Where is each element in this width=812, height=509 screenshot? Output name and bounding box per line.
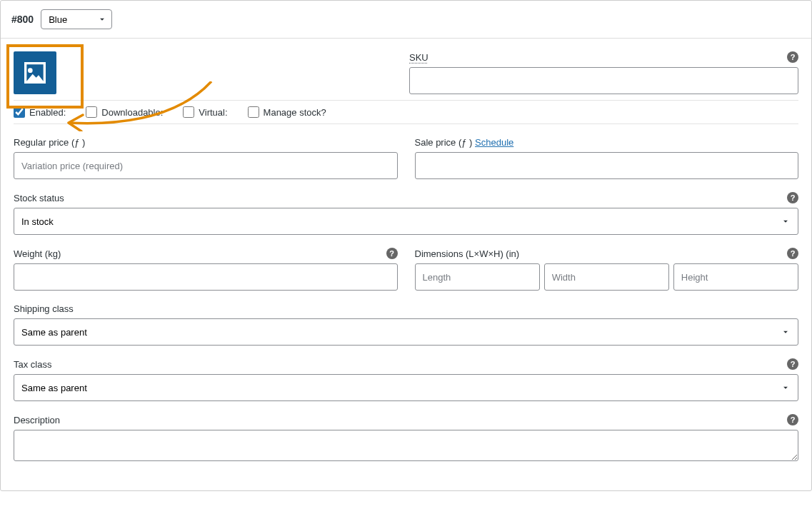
image-placeholder-icon: [21, 59, 49, 87]
weight-input[interactable]: [14, 263, 398, 291]
description-row: Description ?: [14, 414, 798, 463]
virtual-text: Virtual:: [199, 107, 227, 118]
help-icon[interactable]: ?: [787, 51, 798, 63]
attribute-select[interactable]: Blue: [41, 9, 112, 29]
checkbox-row: Enabled: Downloadable: Virtual: Manage s…: [14, 100, 798, 124]
regular-price-col: Regular price (ƒ ): [14, 137, 398, 179]
description-label: Description: [14, 415, 60, 425]
help-icon[interactable]: ?: [386, 248, 398, 259]
description-textarea[interactable]: [14, 430, 798, 461]
downloadable-text: Downloadable:: [101, 107, 163, 118]
sku-label: SKU: [409, 52, 428, 63]
height-input[interactable]: [673, 263, 798, 291]
enabled-checkbox-label[interactable]: Enabled:: [14, 106, 66, 118]
length-input[interactable]: [415, 263, 540, 291]
weight-col: Weight (kg) ?: [14, 248, 398, 291]
sku-input[interactable]: [409, 67, 798, 94]
regular-price-input[interactable]: [14, 152, 398, 179]
tax-class-select[interactable]: Same as parent: [14, 374, 798, 401]
enabled-text: Enabled:: [29, 107, 66, 118]
width-input[interactable]: [544, 263, 669, 291]
help-icon[interactable]: ?: [787, 358, 798, 370]
variation-body: SKU ? Enabled: Downloadable: Virtual:: [1, 39, 811, 490]
downloadable-checkbox[interactable]: [86, 106, 97, 118]
help-icon[interactable]: ?: [787, 192, 798, 203]
dimensions-label: Dimensions (L×W×H) (in): [415, 248, 520, 259]
manage-stock-text: Manage stock?: [264, 107, 326, 118]
stock-status-label: Stock status: [14, 193, 64, 203]
dimensions-col: Dimensions (L×W×H) (in) ?: [415, 248, 799, 291]
sale-price-col: Sale price (ƒ ) Schedule: [415, 137, 799, 179]
enabled-checkbox[interactable]: [14, 106, 25, 118]
variation-id: #800: [11, 14, 34, 25]
help-icon[interactable]: ?: [787, 248, 798, 259]
variation-header[interactable]: #800 Blue: [1, 1, 811, 39]
sale-price-input[interactable]: [415, 152, 799, 179]
help-icon[interactable]: ?: [787, 414, 798, 425]
stock-status-row: Stock status ? In stock: [14, 192, 798, 235]
virtual-checkbox[interactable]: [183, 106, 194, 118]
upload-image-button[interactable]: [14, 51, 56, 94]
virtual-checkbox-label[interactable]: Virtual:: [183, 106, 227, 118]
stock-status-select[interactable]: In stock: [14, 208, 798, 235]
weight-label: Weight (kg): [14, 248, 61, 259]
downloadable-checkbox-label[interactable]: Downloadable:: [86, 106, 163, 118]
schedule-link[interactable]: Schedule: [475, 137, 513, 148]
tax-class-row: Tax class ? Same as parent: [14, 358, 798, 401]
manage-stock-checkbox[interactable]: [248, 106, 259, 118]
variation-panel: #800 Blue SKU ?: [0, 0, 812, 491]
shipping-class-row: Shipping class Same as parent: [14, 303, 798, 346]
manage-stock-checkbox-label[interactable]: Manage stock?: [248, 106, 326, 118]
shipping-class-label: Shipping class: [14, 303, 74, 314]
variation-image-box: [14, 51, 56, 94]
sku-column: SKU ?: [74, 51, 798, 94]
regular-price-label: Regular price (ƒ ): [14, 137, 85, 148]
tax-class-label: Tax class: [14, 359, 51, 370]
sale-price-label: Sale price (ƒ ): [415, 137, 473, 148]
shipping-class-select[interactable]: Same as parent: [14, 318, 798, 346]
